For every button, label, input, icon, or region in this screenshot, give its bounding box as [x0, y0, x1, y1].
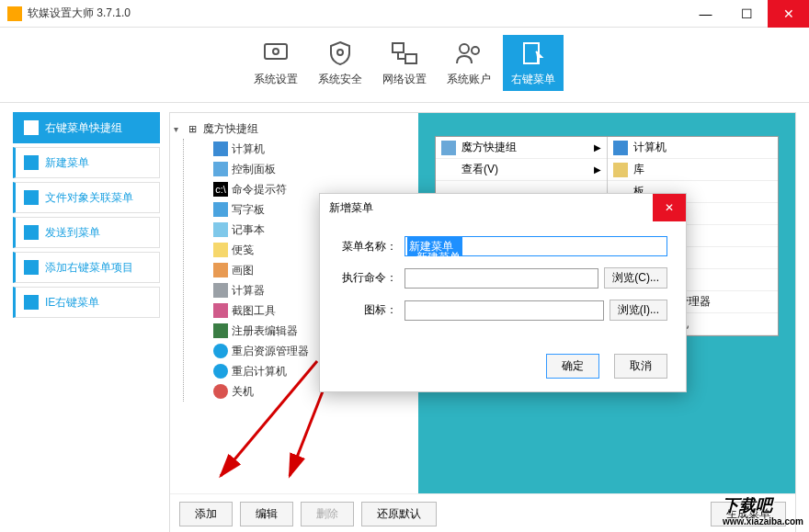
dialog-close-button[interactable]: ✕ — [653, 194, 686, 221]
computer-icon — [213, 141, 228, 156]
sidebar-item-new-menu[interactable]: 新建菜单 — [13, 147, 160, 178]
restore-default-button[interactable]: 还原默认 — [361, 502, 437, 526]
tree-item-label: 命令提示符 — [232, 182, 287, 198]
tree-item-label: 重启资源管理器 — [232, 344, 309, 359]
tree-item-label: 控制面板 — [232, 162, 276, 177]
nav-system-security[interactable]: 系统安全 — [310, 35, 370, 91]
calculator-icon — [213, 283, 228, 298]
minimize-button[interactable]: — — [685, 0, 726, 28]
nav-label: 右键菜单 — [511, 72, 555, 87]
gear-monitor-icon — [261, 39, 291, 68]
tree-item[interactable]: 计算机 — [184, 139, 415, 159]
list-icon — [23, 119, 40, 136]
sidebar-item-ie-menu[interactable]: IE右键菜单 — [13, 287, 160, 318]
sidebar-item-shortcut-group[interactable]: 右键菜单快捷组 — [13, 112, 160, 143]
cmd-icon: c:\ — [213, 182, 228, 197]
network-icon — [390, 39, 419, 68]
wordpad-icon — [213, 202, 228, 217]
restart-explorer-icon — [213, 344, 228, 358]
regedit-icon — [213, 323, 228, 338]
tree-root-label: 魔方快捷组 — [203, 121, 258, 137]
browse-command-button[interactable]: 浏览(C)... — [604, 267, 667, 289]
tree-item-label: 重启计算机 — [232, 364, 287, 379]
menu-name-label: 菜单名称： — [338, 239, 404, 255]
shield-icon — [325, 39, 355, 68]
svg-point-2 — [337, 50, 343, 55]
dialog-title: 新增菜单 — [329, 200, 373, 216]
close-button[interactable]: ✕ — [768, 0, 809, 28]
cancel-button[interactable]: 取消 — [614, 354, 667, 379]
dialog-titlebar: 新增菜单 ✕ — [320, 194, 686, 221]
maximize-button[interactable]: ☐ — [726, 0, 768, 28]
nav-right-click-menu[interactable]: 右键菜单 — [503, 35, 564, 91]
notepad-icon — [213, 222, 228, 237]
ie-icon — [23, 294, 40, 311]
preview-menu-label: 查看(V) — [461, 162, 498, 177]
preview-submenu-item: 库 — [608, 159, 779, 181]
tree-item-label: 截图工具 — [232, 303, 276, 319]
nav-network-settings[interactable]: 网络设置 — [374, 35, 435, 91]
nav-system-settings[interactable]: 系统设置 — [245, 35, 306, 91]
sidebar-item-label: 文件对象关联菜单 — [45, 190, 133, 206]
new-menu-dialog: 新增菜单 ✕ 菜单名称： 执行命令： 浏览(C)... 图标： 浏览(I)...… — [319, 193, 687, 392]
tree-item-label: 注册表编辑器 — [232, 323, 298, 339]
collapse-icon[interactable]: ▾ — [174, 124, 185, 134]
grid-icon — [441, 141, 456, 155]
nav-label: 系统安全 — [318, 72, 362, 87]
browse-icon-button[interactable]: 浏览(I)... — [610, 300, 667, 321]
power-icon — [213, 384, 228, 399]
preview-menu-label: 魔方快捷组 — [461, 140, 517, 155]
sidebar-item-label: IE右键菜单 — [45, 295, 99, 311]
tree-item[interactable]: 控制面板 — [184, 159, 415, 179]
grid-icon: ⊞ — [185, 121, 199, 136]
list-icon — [23, 154, 40, 171]
command-label: 执行命令： — [338, 270, 404, 286]
sidebar-item-label: 发送到菜单 — [45, 225, 100, 241]
nav-label: 网络设置 — [382, 72, 427, 87]
context-menu-icon — [518, 39, 548, 68]
sidebar: 右键菜单快捷组 新建菜单 文件对象关联菜单 发送到菜单 添加右键菜单项目 IE右… — [13, 112, 160, 532]
tree-item-label: 画图 — [232, 263, 254, 278]
add-button[interactable]: 添加 — [179, 502, 233, 526]
list-icon — [23, 224, 40, 241]
tree-root[interactable]: ▾⊞魔方快捷组 — [174, 119, 415, 139]
tree-item-label: 计算机 — [232, 141, 265, 157]
sidebar-item-label: 新建菜单 — [45, 155, 89, 171]
tree-item-label: 写字板 — [232, 202, 265, 218]
top-nav: 系统设置 系统安全 网络设置 系统账户 右键菜单 — [0, 28, 809, 103]
svg-rect-3 — [393, 43, 404, 52]
nav-system-account[interactable]: 系统账户 — [439, 35, 499, 91]
nav-label: 系统设置 — [254, 72, 298, 87]
svg-point-5 — [460, 44, 469, 53]
nav-label: 系统账户 — [447, 72, 491, 87]
menu-name-input[interactable] — [404, 236, 667, 256]
preview-menu-item: 魔方快捷组▶ — [436, 137, 607, 159]
icon-label: 图标： — [338, 302, 404, 318]
command-input[interactable] — [404, 268, 598, 289]
icon-input[interactable] — [404, 300, 604, 321]
svg-point-6 — [472, 47, 479, 54]
window-title: 软媒设置大师 3.7.1.0 — [28, 6, 131, 21]
sidebar-item-label: 添加右键菜单项目 — [45, 260, 133, 276]
svg-rect-4 — [405, 54, 416, 63]
preview-submenu-label: 库 — [633, 162, 644, 177]
sidebar-item-add-item[interactable]: 添加右键菜单项目 — [13, 252, 160, 283]
computer-icon — [613, 141, 628, 155]
tree-item-label: 便笺 — [232, 243, 254, 258]
watermark-url: www.xiazaiba.com — [723, 516, 803, 526]
sidebar-item-file-assoc[interactable]: 文件对象关联菜单 — [13, 182, 160, 213]
chevron-right-icon: ▶ — [594, 142, 601, 153]
tree-item-label: 记事本 — [232, 222, 265, 238]
sidebar-item-sendto[interactable]: 发送到菜单 — [13, 217, 160, 248]
sticky-note-icon — [213, 243, 228, 257]
ok-button[interactable]: 确定 — [546, 354, 599, 379]
delete-button[interactable]: 删除 — [301, 502, 354, 526]
edit-button[interactable]: 编辑 — [240, 502, 293, 526]
preview-menu-item: 查看(V)▶ — [436, 159, 607, 181]
snip-icon — [213, 303, 228, 318]
users-icon — [454, 39, 484, 68]
list-icon — [23, 189, 40, 206]
watermark: 下载吧 www.xiazaiba.com — [723, 494, 803, 526]
svg-point-1 — [273, 49, 279, 54]
titlebar: 软媒设置大师 3.7.1.0 — ☐ ✕ — [0, 0, 809, 28]
